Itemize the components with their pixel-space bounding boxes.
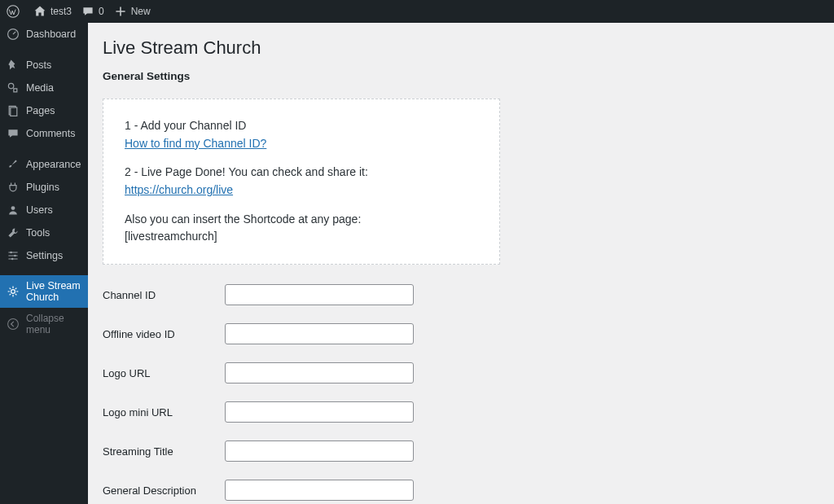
sidebar-item-label: Settings: [26, 250, 63, 261]
wp-logo[interactable]: [7, 5, 24, 18]
new-content-link[interactable]: New: [114, 5, 151, 18]
pin-icon: [7, 59, 20, 72]
sidebar-separator: [0, 46, 88, 54]
user-icon: [7, 204, 20, 217]
sidebar-item-label: Posts: [26, 59, 51, 71]
comment-icon: [81, 5, 94, 18]
gear-icon: [7, 285, 20, 298]
svg-point-2: [8, 83, 13, 88]
sidebar-item-label: Tools: [26, 227, 50, 239]
pages-icon: [7, 104, 20, 117]
instruction-step2-prefix: 2 - Live Page Done! You can check and sh…: [125, 165, 368, 178]
admin-sidebar: Dashboard Posts Media Pages Comments: [0, 23, 88, 504]
field-logo-url: Logo URL: [103, 362, 819, 383]
svg-point-7: [14, 255, 15, 256]
sliders-icon: [7, 249, 20, 262]
svg-point-8: [11, 258, 13, 260]
wrench-icon: [7, 226, 20, 239]
brush-icon: [7, 158, 20, 171]
field-offline-video-id: Offline video ID: [103, 323, 819, 344]
offline-video-id-input[interactable]: [225, 323, 414, 344]
home-icon: [33, 5, 46, 18]
collapse-label: Collapse menu: [26, 313, 81, 335]
sidebar-item-label: Live Stream Church: [26, 280, 81, 303]
general-description-input[interactable]: [225, 480, 414, 501]
svg-rect-4: [11, 107, 17, 116]
sidebar-item-label: Comments: [26, 128, 75, 139]
collapse-icon: [7, 318, 20, 331]
live-page-link[interactable]: https://church.org/live: [125, 183, 233, 196]
field-label: General Description: [103, 484, 225, 497]
svg-point-6: [10, 252, 11, 253]
plus-icon: [114, 5, 127, 18]
media-icon: [7, 81, 20, 94]
sidebar-item-label: Appearance: [26, 159, 81, 170]
sidebar-item-live-stream-church[interactable]: Live Stream Church: [0, 275, 88, 308]
site-name-link[interactable]: test3: [33, 5, 72, 18]
channel-id-input[interactable]: [225, 284, 414, 305]
sidebar-item-tools[interactable]: Tools: [0, 221, 88, 244]
sidebar-item-media[interactable]: Media: [0, 77, 88, 99]
sidebar-separator: [0, 267, 88, 275]
instructions-box: 1 - Add your Channel ID How to find my C…: [103, 99, 500, 265]
dashboard-icon: [7, 28, 20, 41]
sidebar-item-comments[interactable]: Comments: [0, 122, 88, 145]
sidebar-item-posts[interactable]: Posts: [0, 54, 88, 77]
instruction-step1: 1 - Add your Channel ID: [125, 119, 246, 132]
svg-point-0: [7, 6, 19, 17]
svg-point-9: [11, 290, 15, 294]
logo-mini-url-input[interactable]: [225, 401, 414, 423]
field-streaming-title: Streaming Title: [103, 440, 819, 462]
sidebar-item-plugins[interactable]: Plugins: [0, 176, 88, 199]
field-channel-id: Channel ID: [103, 284, 819, 305]
section-title: General Settings: [103, 70, 819, 82]
field-general-description: General Description: [103, 480, 819, 501]
field-label: Streaming Title: [103, 445, 225, 458]
comments-link[interactable]: 0: [81, 5, 104, 18]
sidebar-item-label: Media: [26, 82, 54, 94]
field-label: Channel ID: [103, 289, 225, 301]
sidebar-item-appearance[interactable]: Appearance: [0, 153, 88, 176]
field-label: Logo mini URL: [103, 406, 225, 419]
page-title: Live Stream Church: [103, 37, 819, 59]
sidebar-item-label: Pages: [26, 105, 55, 116]
field-label: Logo URL: [103, 367, 225, 379]
field-logo-mini-url: Logo mini URL: [103, 401, 819, 423]
streaming-title-input[interactable]: [225, 440, 414, 462]
svg-point-10: [8, 319, 19, 330]
sidebar-item-pages[interactable]: Pages: [0, 99, 88, 122]
collapse-menu-button[interactable]: Collapse menu: [0, 308, 88, 340]
sidebar-separator: [0, 145, 88, 153]
comments-icon: [7, 127, 20, 140]
admin-toolbar: test3 0 New: [0, 0, 834, 23]
site-name-text: test3: [50, 6, 72, 17]
sidebar-item-label: Dashboard: [26, 28, 76, 40]
main-content: Live Stream Church General Settings 1 - …: [88, 23, 834, 504]
field-label: Offline video ID: [103, 328, 225, 340]
sidebar-item-label: Users: [26, 204, 53, 216]
wordpress-icon: [7, 5, 20, 18]
sidebar-item-settings[interactable]: Settings: [0, 244, 88, 267]
svg-point-5: [11, 206, 15, 210]
new-label: New: [131, 6, 151, 17]
sidebar-item-dashboard[interactable]: Dashboard: [0, 23, 88, 46]
plug-icon: [7, 181, 20, 194]
shortcode-intro: Also you can insert the Shortcode at any…: [125, 213, 361, 226]
sidebar-item-label: Plugins: [26, 182, 59, 193]
find-channel-id-link[interactable]: How to find my Channel ID?: [125, 137, 266, 150]
sidebar-item-users[interactable]: Users: [0, 199, 88, 221]
shortcode-text: [livestreamchurch]: [125, 230, 217, 243]
logo-url-input[interactable]: [225, 362, 414, 383]
comments-count: 0: [99, 6, 104, 17]
